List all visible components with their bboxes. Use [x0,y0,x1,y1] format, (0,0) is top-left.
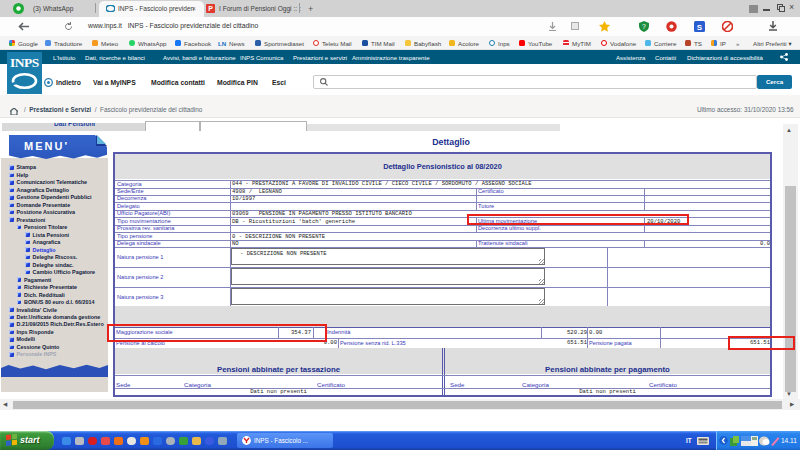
svg-text:?: ? [642,23,646,30]
svg-text:S: S [697,23,703,32]
